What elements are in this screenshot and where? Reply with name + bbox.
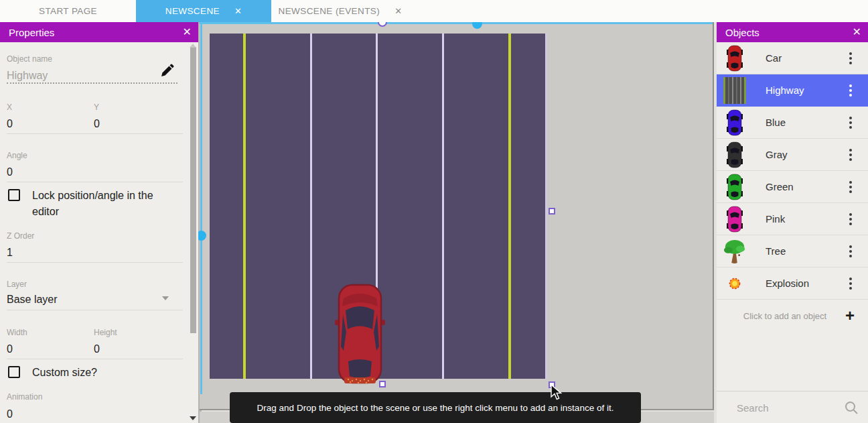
object-row-green[interactable]: Green [717,171,868,203]
object-row-blue[interactable]: Blue [717,107,868,139]
object-label: Car [766,52,849,64]
custom-size-label: Custom size? [32,365,97,381]
object-menu-kebab-icon[interactable] [849,278,852,290]
object-menu-kebab-icon[interactable] [849,117,852,129]
object-icon-wrap [723,206,746,233]
edit-pencil-icon[interactable] [159,64,174,78]
animation-value[interactable]: 0 [7,408,13,420]
car-icon [727,174,743,200]
object-icon-wrap [723,77,746,104]
layer-underline [7,310,183,310]
width-value[interactable]: 0 [7,343,13,355]
object-label: Green [766,181,849,192]
angle-underline [7,182,183,182]
object-label: Tree [766,245,849,257]
custom-size-checkbox[interactable] [8,366,20,378]
object-icon-wrap [723,141,746,168]
object-label: Explosion [766,278,849,289]
objects-list: Car Highway Blue Gray Green Pink Tree Ex… [717,42,868,332]
object-label: Pink [766,213,849,225]
add-object-plus-icon[interactable]: + [845,308,855,324]
y-value[interactable]: 0 [94,118,100,130]
properties-panel-header: Properties ✕ [0,22,198,42]
explosion-icon [729,278,741,290]
vertical-scrollbar[interactable] [200,22,202,394]
layer-dropdown-caret-icon[interactable] [162,296,169,300]
resize-handle-bottom[interactable] [379,381,386,387]
x-value[interactable]: 0 [7,118,13,130]
lane-line-yellow-left [243,34,246,379]
object-row-car[interactable]: Car [717,42,868,74]
object-row-highway[interactable]: Highway [717,74,868,107]
properties-scrollbar-thumb[interactable] [190,47,196,333]
object-name-label: Object name [7,54,52,64]
lane-line-yellow-right [508,34,511,379]
tab-newscene-events-close-icon[interactable]: ✕ [394,6,402,16]
scene-canvas[interactable] [200,22,714,410]
scroll-down-icon[interactable] [190,416,196,420]
z-order-value[interactable]: 1 [7,247,13,259]
object-menu-kebab-icon[interactable] [849,245,852,257]
z-order-underline [7,262,183,263]
object-row-tree[interactable]: Tree [717,235,868,267]
y-label: Y [94,103,99,112]
object-menu-kebab-icon[interactable] [849,84,852,97]
animation-label: Animation [7,392,42,402]
object-icon-wrap [723,238,746,265]
layer-select-value[interactable]: Base layer [7,294,58,306]
angle-label: Angle [7,151,27,160]
search-bar [717,391,868,423]
road-right-edge-line [545,34,547,379]
lane-line-white-1 [310,34,312,379]
objects-close-icon[interactable]: ✕ [853,25,861,39]
highway-icon [723,77,746,104]
xy-underline [7,133,183,134]
lock-position-label: Lock position/angle in the editor [32,188,166,220]
drag-drop-tooltip: Drag and Drop the object to the scene or… [230,392,641,423]
width-height-underline [7,359,183,359]
car-instance[interactable] [335,284,385,385]
tab-newscene-events-label: NEWSCENE (EVENTS) [279,6,380,16]
car-icon [727,45,743,72]
object-row-gray[interactable]: Gray [717,139,868,171]
object-row-explosion[interactable]: Explosion [717,267,868,300]
resize-handle-right[interactable] [549,208,555,215]
object-icon-wrap [723,278,746,290]
horizontal-scrollbar[interactable] [200,22,713,24]
add-object-label: Click to add an object [717,311,845,321]
properties-panel-title: Properties [9,27,54,38]
objects-panel-header: Objects ✕ [717,22,868,42]
tab-start-page[interactable]: START PAGE [0,0,136,22]
object-label: Gray [766,149,849,160]
width-label: Width [7,328,27,337]
object-label: Highway [766,84,849,96]
tab-newscene-events[interactable]: NEWSCENE (EVENTS) ✕ [271,0,409,22]
object-row-pink[interactable]: Pink [717,203,868,235]
object-icon-wrap [723,45,746,72]
lane-line-white-3 [442,34,444,379]
properties-close-icon[interactable]: ✕ [183,25,192,39]
object-icon-wrap [723,109,746,136]
tab-newscene[interactable]: NEWSCENE ✕ [136,0,271,22]
car-icon [727,206,743,233]
tab-start-page-label: START PAGE [39,6,97,16]
object-menu-kebab-icon[interactable] [849,213,852,225]
scroll-up-icon[interactable] [190,44,196,48]
object-menu-kebab-icon[interactable] [849,149,852,161]
object-icon-wrap [723,174,746,200]
height-value[interactable]: 0 [94,343,100,355]
angle-value[interactable]: 0 [7,166,13,178]
lock-position-checkbox[interactable] [8,189,20,201]
tab-newscene-label: NEWSCENE [165,6,220,16]
object-menu-kebab-icon[interactable] [849,181,852,193]
tab-newscene-close-icon[interactable]: ✕ [234,6,242,16]
add-object-row[interactable]: Click to add an object + [717,300,868,332]
objects-panel-title: Objects [725,27,760,38]
height-label: Height [94,328,117,337]
object-menu-kebab-icon[interactable] [849,52,852,64]
layer-label: Layer [7,280,27,289]
tree-icon [723,238,746,265]
z-order-label: Z Order [7,231,34,241]
car-icon [727,109,743,136]
search-input[interactable] [737,400,844,416]
